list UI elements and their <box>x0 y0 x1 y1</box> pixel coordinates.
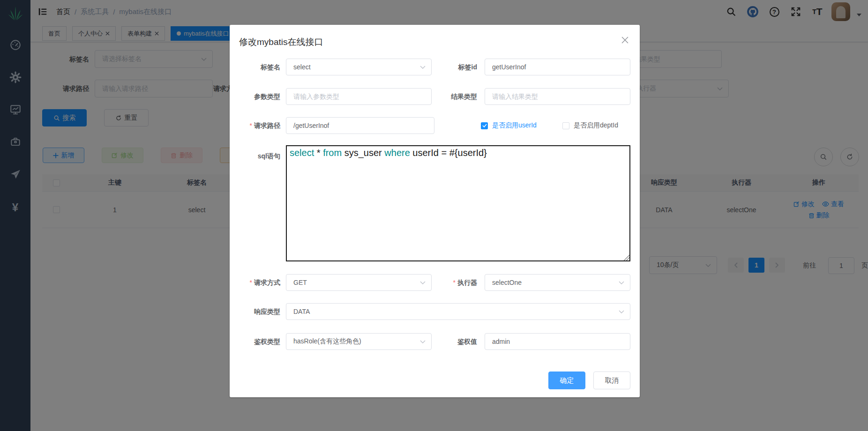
dlg-tag-name-value: select <box>293 63 311 71</box>
dlg-auth-value-input[interactable] <box>485 333 630 350</box>
required-mark: * <box>250 122 252 129</box>
dlg-path-input[interactable] <box>286 117 434 134</box>
sql-keyword: where <box>384 148 410 158</box>
dlg-executor-value: selectOne <box>492 279 522 286</box>
sql-keyword: select <box>290 148 314 158</box>
dlg-executor-select[interactable]: selectOne <box>485 274 630 291</box>
close-icon <box>621 37 629 44</box>
cancel-button[interactable]: 取消 <box>593 372 630 389</box>
dlg-result-type-label: 结果类型 <box>428 88 477 105</box>
dlg-method-select[interactable]: GET <box>286 274 432 291</box>
dlg-tag-name-label: 标签名 <box>230 59 280 75</box>
dlg-auth-type-select[interactable]: hasRole(含有这些角色) <box>286 333 432 350</box>
dlg-method-value: GET <box>293 279 307 286</box>
dialog-close-button[interactable] <box>619 34 630 45</box>
sql-keyword: from <box>323 148 342 158</box>
edit-mybatis-dialog: 修改mybatis在线接口 标签名 select 标签id 参数类型 结果类型 … <box>230 25 640 397</box>
dlg-result-type-input[interactable] <box>485 88 630 105</box>
dlg-path-label: *请求路径 <box>230 117 280 134</box>
dlg-auth-type-label: 鉴权类型 <box>230 333 280 350</box>
textarea-resize-handle[interactable] <box>624 255 629 260</box>
sql-text: * <box>314 148 323 158</box>
deptid-checkbox-label: 是否启用deptId <box>574 121 618 130</box>
dlg-param-type-input[interactable] <box>286 88 432 105</box>
dialog-title: 修改mybatis在线接口 <box>239 36 323 48</box>
dlg-executor-label-text: 执行器 <box>457 279 477 286</box>
required-mark: * <box>250 279 252 286</box>
dlg-path-label-text: 请求路径 <box>254 122 280 129</box>
dlg-auth-value-label: 鉴权值 <box>428 333 477 350</box>
dlg-tag-id-label: 标签id <box>428 59 477 75</box>
dlg-auth-type-value: hasRole(含有这些角色) <box>293 337 361 346</box>
sql-text: userId = #{userId} <box>410 148 487 158</box>
userid-checkbox[interactable] <box>481 122 488 129</box>
required-mark: * <box>453 279 456 286</box>
check-icon <box>482 124 487 127</box>
userid-checkbox-wrap[interactable]: 是否启用userId <box>481 117 537 134</box>
dlg-response-select[interactable]: DATA <box>286 303 630 320</box>
userid-checkbox-label: 是否启用userId <box>492 121 537 130</box>
dlg-sql-label: sql语句 <box>230 148 280 164</box>
dlg-method-label: *请求方式 <box>230 274 280 291</box>
dlg-executor-label: *执行器 <box>428 274 477 291</box>
dlg-tag-id-input[interactable] <box>485 59 630 75</box>
dlg-tag-name-select[interactable]: select <box>286 59 432 75</box>
dlg-method-label-text: 请求方式 <box>254 279 280 286</box>
confirm-button[interactable]: 确定 <box>548 372 585 389</box>
dlg-response-value: DATA <box>293 308 310 315</box>
app-root: ¥ 首页 / 系统工具 / mybatis在线接口 <box>0 0 868 431</box>
sql-editor[interactable]: select * from sys_user where userId = #{… <box>286 145 630 261</box>
sql-text: sys_user <box>342 148 384 158</box>
dlg-response-label: 响应类型 <box>230 303 280 320</box>
deptid-checkbox-wrap[interactable]: 是否启用deptId <box>562 117 618 134</box>
deptid-checkbox[interactable] <box>562 122 569 129</box>
dlg-param-type-label: 参数类型 <box>230 88 280 105</box>
